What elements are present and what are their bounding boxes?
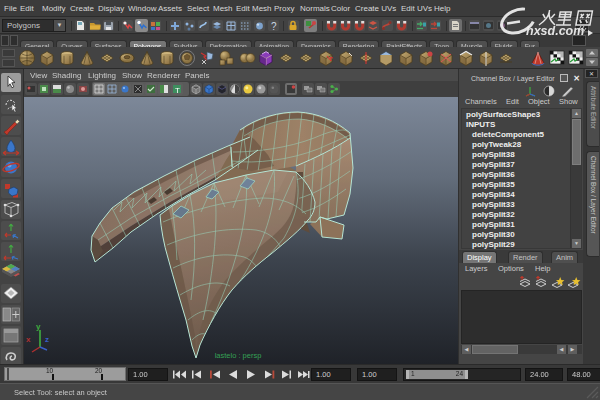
svg-text:x: x [26, 335, 31, 344]
svg-text:?: ? [271, 21, 277, 32]
svg-text:hxsd.com: hxsd.com [526, 24, 584, 38]
svg-text:z: z [45, 335, 49, 344]
svg-text:y: y [36, 322, 41, 331]
svg-text:lastelo : persp: lastelo : persp [215, 351, 262, 360]
svg-text:T: T [175, 86, 180, 95]
